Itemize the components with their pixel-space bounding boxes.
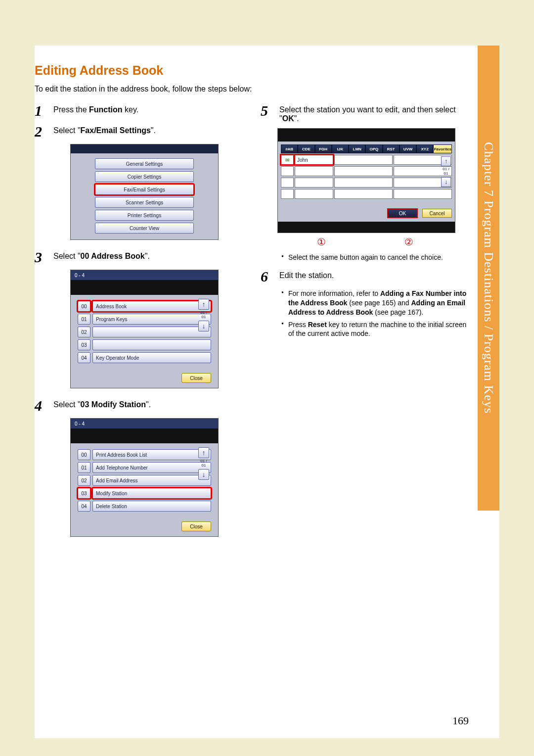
page-indicator: 01 / 01 bbox=[198, 311, 209, 320]
close-button[interactable]: Close bbox=[181, 521, 211, 531]
step-text: Select "00 Address Book". bbox=[53, 249, 244, 265]
tab-rst[interactable]: RST bbox=[383, 144, 400, 153]
fax-email-settings-button[interactable]: Fax/Email Settings bbox=[95, 184, 194, 195]
callout-2: ② bbox=[404, 236, 413, 248]
row-print-address-book-list[interactable]: 00Print Address Book List bbox=[78, 449, 211, 460]
page-number: 169 bbox=[452, 714, 469, 727]
station-row-john[interactable]: ✉ John bbox=[281, 155, 452, 165]
col-right: 5 Select the station you want to edit, a… bbox=[261, 102, 470, 546]
tab-opq[interactable]: OPQ bbox=[365, 144, 382, 153]
step-text: Press the Function key. bbox=[53, 102, 244, 118]
panel-black-strip bbox=[278, 222, 455, 233]
tab-ab[interactable]: #AB bbox=[281, 144, 298, 153]
row-address-book[interactable]: 00Address Book bbox=[78, 301, 211, 312]
step-5: 5 Select the station you want to edit, a… bbox=[261, 102, 470, 123]
scroll-up-button[interactable]: ↑ bbox=[441, 156, 451, 166]
callouts: ① ② bbox=[277, 236, 453, 248]
tab-xyz[interactable]: XYZ bbox=[416, 144, 433, 153]
tab-ijk[interactable]: IJK bbox=[332, 144, 349, 153]
step-num: 3 bbox=[35, 249, 53, 265]
step-text: Select "Fax/Email Settings". bbox=[53, 123, 244, 139]
alphabet-tabs: #AB CDE FGH IJK LMN OPQ RST UVW XYZ Favo… bbox=[281, 144, 452, 153]
tab-lmn[interactable]: LMN bbox=[349, 144, 365, 153]
tab-fgh[interactable]: FGH bbox=[315, 144, 332, 153]
bullets-step6: For more information, refer to Adding a … bbox=[261, 289, 470, 338]
bullets-step5: Select the same button again to cancel t… bbox=[261, 253, 470, 262]
scanner-settings-button[interactable]: Scanner Settings bbox=[95, 197, 194, 208]
lead-text: To edit the station in the address book,… bbox=[35, 85, 470, 94]
step-6: 6 Edit the station. bbox=[261, 268, 470, 284]
step-text: Edit the station. bbox=[279, 268, 470, 284]
close-row: Close bbox=[71, 519, 218, 536]
chapter-tab: Chapter 7 Program Destinations / Program… bbox=[478, 46, 499, 511]
general-settings-button[interactable]: General Settings bbox=[95, 158, 194, 169]
scroll-up-button[interactable]: ↑ bbox=[198, 299, 209, 310]
tab-cde[interactable]: CDE bbox=[298, 144, 314, 153]
row-add-email-address[interactable]: 02Add Email Address bbox=[78, 475, 211, 486]
bullet-item: Press Reset key to return the machine to… bbox=[281, 320, 470, 339]
printer-settings-button[interactable]: Printer Settings bbox=[95, 210, 194, 221]
station-row[interactable] bbox=[281, 166, 452, 176]
mail-icon: ✉ bbox=[281, 155, 294, 165]
step-2: 2 Select "Fax/Email Settings". bbox=[35, 123, 244, 139]
panel-list: 00Address Book 01Program Keys 02 03 04Ke… bbox=[71, 295, 218, 370]
scroll-down-button[interactable]: ↓ bbox=[441, 177, 451, 187]
columns: 1 Press the Function key. 2 Select "Fax/… bbox=[35, 102, 470, 546]
copier-settings-button[interactable]: Copier Settings bbox=[95, 171, 194, 182]
station-name: John bbox=[295, 155, 333, 165]
ok-button[interactable]: OK bbox=[388, 209, 417, 218]
col-left: 1 Press the Function key. 2 Select "Fax/… bbox=[35, 102, 244, 546]
step-1: 1 Press the Function key. bbox=[35, 102, 244, 118]
step-3: 3 Select "00 Address Book". bbox=[35, 249, 244, 265]
panel-black-strip bbox=[278, 129, 455, 142]
close-row: Close bbox=[71, 370, 218, 388]
step-text: Select "03 Modify Station". bbox=[53, 397, 244, 413]
row-delete-station[interactable]: 04Delete Station bbox=[78, 501, 211, 512]
address-book-panel: #AB CDE FGH IJK LMN OPQ RST UVW XYZ Favo… bbox=[277, 128, 455, 233]
row-02[interactable]: 02 bbox=[78, 327, 211, 337]
page: Chapter 7 Program Destinations / Program… bbox=[35, 46, 499, 738]
cancel-button[interactable]: Cancel bbox=[422, 209, 452, 218]
row-key-operator-mode[interactable]: 04Key Operator Mode bbox=[78, 352, 211, 363]
panel-header: 0 - 4 bbox=[71, 419, 218, 428]
station-row[interactable] bbox=[281, 189, 452, 199]
counter-view-button[interactable]: Counter View bbox=[95, 223, 194, 234]
page-indicator: 01 / 01 bbox=[198, 459, 209, 468]
step-num: 1 bbox=[35, 102, 53, 118]
modify-station-menu-panel: 0 - 4 00Print Address Book List 01Add Te… bbox=[70, 418, 219, 537]
step-num: 2 bbox=[35, 123, 53, 139]
settings-panel: General Settings Copier Settings Fax/Ema… bbox=[70, 144, 219, 240]
step-num: 4 bbox=[35, 397, 53, 413]
close-button[interactable]: Close bbox=[181, 373, 211, 383]
panel-list: General Settings Copier Settings Fax/Ema… bbox=[71, 153, 218, 239]
page-indicator: 01 / 01 bbox=[441, 167, 451, 176]
step-4: 4 Select "03 Modify Station". bbox=[35, 397, 244, 413]
panel-body: #AB CDE FGH IJK LMN OPQ RST UVW XYZ Favo… bbox=[278, 142, 455, 222]
row-03[interactable]: 03 bbox=[78, 339, 211, 350]
section-title: Editing Address Book bbox=[35, 63, 470, 78]
scroll-column: ↑ 01 / 01 ↓ bbox=[198, 447, 209, 480]
scroll-down-button[interactable]: ↓ bbox=[198, 469, 209, 480]
action-row: OK Cancel bbox=[281, 209, 452, 218]
scroll-column: ↑ 01 / 01 ↓ bbox=[198, 299, 209, 331]
panel-topbar bbox=[71, 144, 218, 153]
row-add-telephone-number[interactable]: 01Add Telephone Number bbox=[78, 462, 211, 473]
row-modify-station[interactable]: 03Modify Station bbox=[78, 488, 211, 499]
scroll-up-button[interactable]: ↑ bbox=[198, 447, 209, 458]
row-program-keys[interactable]: 01Program Keys bbox=[78, 314, 211, 325]
bullet-item: Select the same button again to cancel t… bbox=[281, 253, 470, 262]
content: Editing Address Book To edit the station… bbox=[35, 63, 470, 546]
empty-cell bbox=[334, 155, 393, 165]
scroll-column: ↑ 01 / 01 ↓ bbox=[441, 156, 451, 187]
station-row[interactable] bbox=[281, 178, 452, 188]
address-book-menu-panel: 0 - 4 00Address Book 01Program Keys 02 0… bbox=[70, 270, 219, 388]
tab-favorites[interactable]: Favorites bbox=[433, 144, 452, 153]
scroll-down-button[interactable]: ↓ bbox=[198, 321, 209, 331]
panel-header: 0 - 4 bbox=[71, 270, 218, 280]
callout-1: ① bbox=[317, 236, 326, 248]
step-num: 6 bbox=[261, 268, 279, 284]
panel-list: 00Print Address Book List 01Add Telephon… bbox=[71, 443, 218, 519]
bullet-item: For more information, refer to Adding a … bbox=[281, 289, 470, 317]
tab-uvw[interactable]: UVW bbox=[400, 144, 416, 153]
panel-black-strip bbox=[71, 428, 218, 443]
